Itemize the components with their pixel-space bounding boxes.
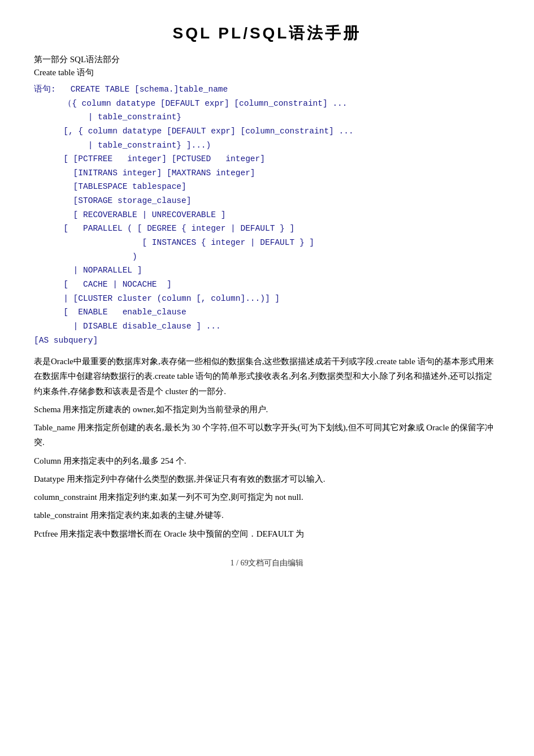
page-title: SQL PL/SQL语法手册 xyxy=(34,23,500,44)
prose-paragraph: column_constraint 用来指定列约束,如某一列不可为空,则可指定为… xyxy=(34,490,500,504)
page-footer: 1 / 69文档可自由编辑 xyxy=(34,558,500,568)
code-block: 语句: CREATE TABLE [schema.]table_name （{ … xyxy=(34,83,500,347)
prose-paragraph: Table_name 用来指定所创建的表名,最长为 30 个字符,但不可以数字开… xyxy=(34,420,500,450)
prose-paragraph: table_constraint 用来指定表约束,如表的主键,外键等. xyxy=(34,508,500,522)
section1-header: 第一部分 SQL语法部分 xyxy=(34,54,500,65)
prose-paragraph: Schema 用来指定所建表的 owner,如不指定则为当前登录的用户. xyxy=(34,402,500,417)
prose-paragraph: 表是Oracle中最重要的数据库对象,表存储一些相似的数据集合,这些数据描述成若… xyxy=(34,354,500,399)
prose-paragraph: Pctfree 用来指定表中数据增长而在 Oracle 块中预留的空间．DEFA… xyxy=(34,526,500,541)
prose-paragraph: Column 用来指定表中的列名,最多 254 个. xyxy=(34,453,500,468)
prose-block: 表是Oracle中最重要的数据库对象,表存储一些相似的数据集合,这些数据描述成若… xyxy=(34,354,500,541)
prose-paragraph: Datatype 用来指定列中存储什么类型的数据,并保证只有有效的数据才可以输入… xyxy=(34,472,500,486)
section1-sub: Create table 语句 xyxy=(34,67,500,78)
